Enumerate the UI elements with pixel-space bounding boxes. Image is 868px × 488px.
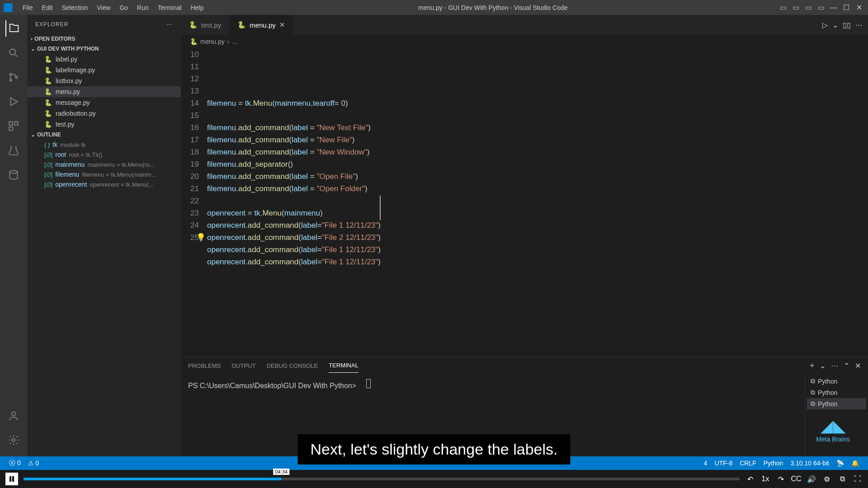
editor-tab[interactable]: 🐍menu.py✕ [229,15,293,35]
chevron-down-icon[interactable]: ⌄ [820,361,826,370]
menu-view[interactable]: View [92,4,115,11]
errors-status[interactable]: ⓧ 0 [5,459,24,467]
layout-icon[interactable]: ▭ [778,2,788,13]
volume-icon[interactable]: 🔊 [807,474,816,484]
fullscreen-icon[interactable]: ⛶ [853,474,863,484]
pip-icon[interactable]: ⧉ [837,474,847,484]
outline-section[interactable]: ⌄ OUTLINE [27,130,181,140]
editor-tab[interactable]: 🐍test.py [181,15,229,35]
terminal-icon: ⧉ [811,389,815,396]
breadcrumbs[interactable]: 🐍 menu.py › ... [181,35,868,48]
chevron-down-icon[interactable]: ⌄ [832,21,838,29]
maximize-icon[interactable]: ☐ [841,2,852,13]
speed-icon[interactable]: 1x [760,474,770,484]
explorer-icon[interactable] [5,20,22,37]
extensions-icon[interactable] [5,118,22,134]
code-editor[interactable]: 10111213141516171819202122232425 filemen… [181,48,868,357]
sidebar: EXPLORER ⋯ › OPEN EDITORS ⌄ GUI DEV WITH… [27,15,181,456]
progress-bar[interactable]: 04:34 [24,478,740,480]
svg-point-10 [12,412,16,416]
panel-tab-output[interactable]: OUTPUT [231,359,255,373]
menu-terminal[interactable]: Terminal [153,4,186,11]
project-section[interactable]: ⌄ GUI DEV WITH PYTHON [27,44,181,54]
outline-item[interactable]: [∅]root root = tk.Tk() [27,150,181,160]
layout-icon[interactable]: ▭ [790,2,801,13]
rewind-icon[interactable]: ↶ [745,474,755,484]
svg-marker-5 [11,98,18,105]
menu-selection[interactable]: Selection [57,4,93,11]
captions-icon[interactable]: CC [791,474,801,484]
file-item[interactable]: 🐍radiobutton.py [27,108,181,119]
search-icon[interactable] [5,45,22,61]
menu-edit[interactable]: Edit [38,4,57,11]
minimap[interactable] [841,48,868,357]
menu-file[interactable]: File [18,4,38,11]
eol-status[interactable]: CRLF [736,460,760,467]
terminal-instance[interactable]: ⧉Python [807,398,866,409]
notifications-icon[interactable]: 🔔 [848,460,863,467]
forward-icon[interactable]: ↷ [776,474,786,484]
python-file-icon: 🐍 [237,21,246,29]
warnings-status[interactable]: ⚠ 0 [24,460,43,467]
file-item[interactable]: 🐍label.py [27,54,181,65]
editor-tabs: 🐍test.py🐍menu.py✕ ▷ ⌄ ▯▯ ⋯ [181,15,868,35]
svg-rect-12 [9,476,11,482]
terminal-instance[interactable]: ⧉Python [807,375,866,387]
new-terminal-icon[interactable]: + [810,361,814,370]
settings-gear-icon[interactable]: ⚙ [822,474,832,484]
outline-item[interactable]: [∅]filemenu filemenu = tk.Menu(mainm... [27,169,181,179]
file-item[interactable]: 🐍message.py [27,97,181,108]
open-editors-section[interactable]: › OPEN EDITORS [27,34,181,44]
more-icon[interactable]: ⋯ [831,361,838,370]
settings-gear-icon[interactable] [5,432,22,448]
file-item[interactable]: 🐍listbox.py [27,75,181,86]
run-debug-icon[interactable] [5,94,22,110]
account-icon[interactable] [5,408,22,424]
pause-button[interactable] [5,473,18,485]
testing-icon[interactable] [5,142,22,159]
python-file-icon: 🐍 [44,110,52,117]
chevron-down-icon: ⌄ [31,131,35,138]
menu-help[interactable]: Help [186,4,208,11]
python-file-icon: 🐍 [44,56,52,63]
menu-go[interactable]: Go [115,4,132,11]
panel-tab-problems[interactable]: PROBLEMS [188,359,221,373]
panel-tab-debug-console[interactable]: DEBUG CONSOLE [267,359,318,373]
close-panel-icon[interactable]: ✕ [855,361,861,370]
terminal-instance[interactable]: ⧉Python [807,387,866,398]
feedback-icon[interactable]: 📡 [833,460,848,467]
file-item[interactable]: 🐍labelImage.py [27,65,181,75]
layout-icon[interactable]: ▭ [803,2,814,13]
split-editor-icon[interactable]: ▯▯ [843,21,851,29]
file-item[interactable]: 🐍menu.py [27,86,181,97]
outline-item[interactable]: { }tk module tk [27,140,181,150]
terminal-icon: ⧉ [811,377,815,385]
python-file-icon: 🐍 [44,88,52,95]
video-caption: Next, let's slightly change the labels. [297,434,570,465]
run-icon[interactable]: ▷ [822,21,828,29]
close-icon[interactable]: ✕ [854,2,864,13]
panel-tab-terminal[interactable]: TERMINAL [329,358,359,373]
window-title: menu.py - GUI Dev With Python - Visual S… [208,4,778,11]
source-control-icon[interactable] [5,69,22,85]
outline-item[interactable]: [∅]openrecent openrecent = tk.Menu(... [27,179,181,189]
chevron-right-icon: › [227,38,230,45]
encoding-status[interactable]: UTF-8 [711,460,736,467]
language-status[interactable]: Python [760,460,787,467]
close-tab-icon[interactable]: ✕ [279,21,285,29]
svg-rect-7 [14,122,18,125]
time-tooltip: 04:34 [273,469,289,475]
outline-item[interactable]: [∅]mainmenu mainmenu = tk.Menu(ro... [27,160,181,169]
minimize-icon[interactable]: — [828,2,839,13]
layout-icon[interactable]: ▭ [816,2,826,13]
file-item[interactable]: 🐍test.py [27,119,181,130]
maximize-panel-icon[interactable]: ⌃ [844,361,849,370]
more-icon[interactable]: ⋯ [167,21,173,28]
terminal-list: ⧉Python⧉Python⧉Python [805,374,868,456]
terminal-icon: ⧉ [811,400,815,408]
column-status[interactable]: 4 [700,460,711,467]
python-version-status[interactable]: 3.10.10 64-bit [787,460,833,467]
database-icon[interactable] [5,167,22,183]
more-icon[interactable]: ⋯ [855,21,863,29]
menu-run[interactable]: Run [132,4,153,11]
